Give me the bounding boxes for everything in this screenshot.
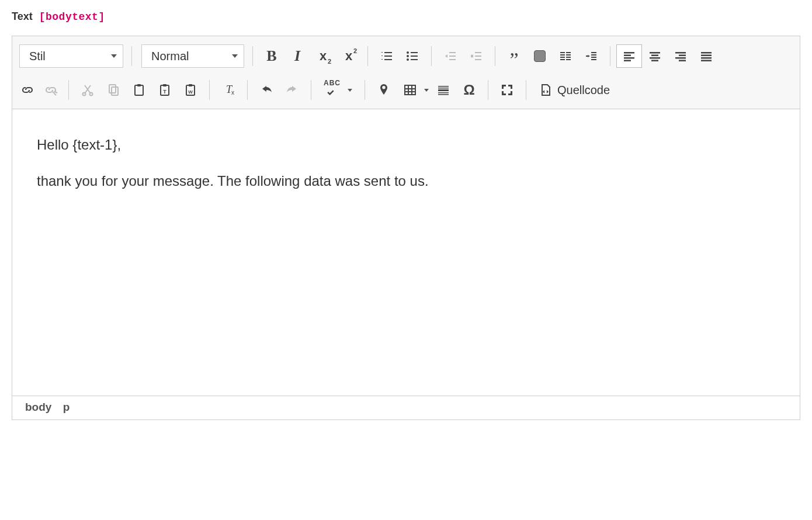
align-center-button[interactable] xyxy=(642,44,668,68)
special-char-button[interactable]: Ω xyxy=(456,78,482,102)
redo-button xyxy=(279,78,305,102)
toolbar-separator xyxy=(610,46,610,66)
bold-button[interactable]: B xyxy=(259,44,284,68)
svg-text:W: W xyxy=(188,89,193,95)
table-button[interactable] xyxy=(397,78,431,102)
content-paragraph: Hello {text-1}, xyxy=(37,135,775,155)
rich-text-editor: Stil Normal B I x x xyxy=(12,36,800,420)
anchor-button[interactable] xyxy=(371,78,397,102)
field-label: Text [bodytext] xyxy=(12,11,800,23)
content-paragraph: thank you for your message. The followin… xyxy=(37,171,775,191)
svg-rect-5 xyxy=(109,85,116,93)
editor-toolbar: Stil Normal B I x x xyxy=(12,36,800,109)
svg-point-2 xyxy=(407,58,409,61)
align-right-icon xyxy=(674,49,688,63)
undo-button[interactable] xyxy=(254,78,279,102)
unlink-icon xyxy=(44,83,58,97)
italic-button[interactable]: I xyxy=(284,44,310,68)
horizontal-rule-button[interactable] xyxy=(431,78,456,102)
svg-rect-7 xyxy=(135,85,143,95)
elements-path-item[interactable]: body xyxy=(25,401,51,413)
toolbar-separator xyxy=(431,46,432,66)
subscript-icon: x xyxy=(320,48,327,64)
svg-text:x: x xyxy=(231,89,234,96)
paste-word-button[interactable]: W xyxy=(178,78,203,102)
toolbar-separator xyxy=(367,46,368,66)
align-left-button[interactable] xyxy=(616,44,642,68)
pin-icon xyxy=(377,83,391,97)
remove-format-button[interactable]: Tx xyxy=(216,78,241,102)
paste-text-button[interactable]: T xyxy=(152,78,178,102)
toolbar-separator xyxy=(311,80,311,100)
link-icon xyxy=(20,83,34,97)
block-icon xyxy=(534,50,546,62)
align-justify-icon xyxy=(699,49,713,63)
outdent-button xyxy=(438,44,463,68)
source-button[interactable]: Quellcode xyxy=(532,78,616,102)
format-combo[interactable]: Normal xyxy=(141,44,244,68)
svg-point-1 xyxy=(407,55,409,57)
field-label-text: Text xyxy=(12,11,33,22)
spellcheck-icon xyxy=(325,86,339,100)
toolbar-separator xyxy=(209,80,210,100)
style-combo-label: Stil xyxy=(29,50,46,63)
editor-content[interactable]: Hello {text-1}, thank you for your messa… xyxy=(12,109,800,396)
outdent-icon xyxy=(443,49,457,63)
elements-path-item[interactable]: p xyxy=(63,401,70,413)
align-left-icon xyxy=(622,49,636,63)
bullet-list-button[interactable] xyxy=(400,44,425,68)
quote-icon: ” xyxy=(509,48,518,64)
table-icon xyxy=(403,83,417,97)
editor-statusbar: body p xyxy=(12,396,800,420)
insert-block-button[interactable] xyxy=(578,44,604,68)
source-button-label: Quellcode xyxy=(557,84,610,97)
copy-icon xyxy=(106,83,120,97)
paste-icon xyxy=(132,83,146,97)
svg-rect-17 xyxy=(405,85,415,95)
indent-button xyxy=(463,44,489,68)
link-button[interactable] xyxy=(16,78,39,102)
multicol-button[interactable] xyxy=(553,44,578,68)
toolbar-row-1: Stil Normal B I x x xyxy=(16,41,796,71)
style-combo[interactable]: Stil xyxy=(19,44,123,68)
blockquote-button[interactable]: ” xyxy=(501,44,527,68)
align-center-icon xyxy=(648,49,662,63)
numbered-list-icon xyxy=(380,49,394,63)
svg-point-0 xyxy=(407,51,409,54)
svg-point-4 xyxy=(90,93,93,96)
italic-icon: I xyxy=(294,47,300,65)
numbered-list-button[interactable] xyxy=(374,44,400,68)
field-tag: [bodytext] xyxy=(39,11,105,23)
toolbar-separator xyxy=(68,80,69,100)
columns-icon xyxy=(558,49,572,63)
subscript-button[interactable]: x xyxy=(310,44,336,68)
hr-icon xyxy=(436,83,450,97)
svg-text:T: T xyxy=(163,89,166,95)
paste-button[interactable] xyxy=(126,78,152,102)
bullet-list-icon xyxy=(405,49,419,63)
source-icon xyxy=(539,83,553,97)
svg-rect-8 xyxy=(137,84,141,86)
maximize-button[interactable] xyxy=(494,78,520,102)
spellcheck-button[interactable]: ABC xyxy=(317,78,359,102)
svg-rect-6 xyxy=(112,87,118,95)
superscript-icon: x xyxy=(345,48,352,64)
insert-block-icon xyxy=(584,49,598,63)
superscript-button[interactable]: x xyxy=(336,44,362,68)
redo-icon xyxy=(285,83,299,97)
copy-button xyxy=(100,78,126,102)
toolbar-separator xyxy=(247,80,248,100)
svg-rect-13 xyxy=(189,84,192,86)
toolbar-separator xyxy=(131,46,132,66)
scissors-icon xyxy=(81,83,95,97)
toolbar-separator xyxy=(526,80,526,100)
align-justify-button[interactable] xyxy=(693,44,719,68)
show-blocks-button[interactable] xyxy=(527,44,553,68)
indent-icon xyxy=(469,49,483,63)
caret-down-icon xyxy=(232,54,238,58)
toolbar-separator xyxy=(365,80,365,100)
paste-word-icon: W xyxy=(183,83,197,97)
maximize-icon xyxy=(500,83,514,97)
align-right-button[interactable] xyxy=(668,44,693,68)
paste-text-icon: T xyxy=(158,83,172,97)
